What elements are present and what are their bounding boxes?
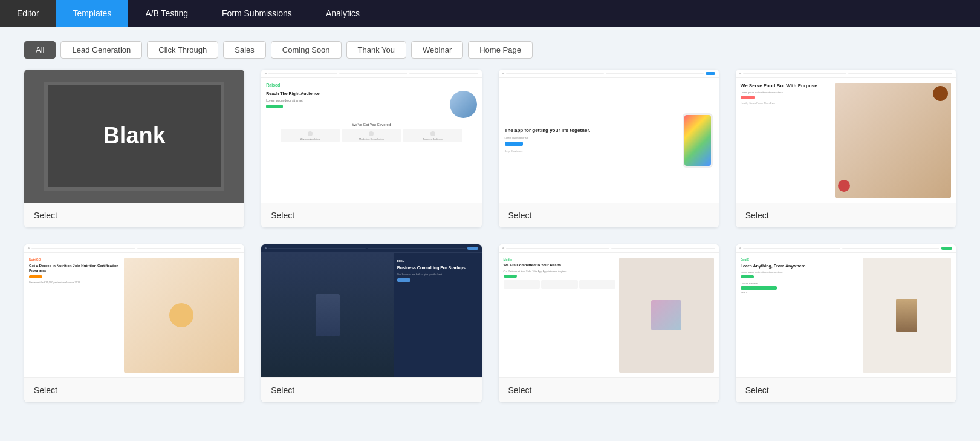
template-preview-app: The app for getting your life together. …	[499, 70, 719, 203]
t7-preview-label: Course Preview	[741, 282, 859, 285]
mini-nav-food	[736, 70, 956, 78]
t6-body: Medio We Are Committed to Your Health Ou…	[499, 253, 719, 377]
t4-body: NutriGO Get a Degree in Nutrition Join N…	[24, 253, 244, 377]
mini-line-educ-1	[743, 248, 840, 249]
template-footer-educ: Select	[736, 377, 956, 402]
template-preview-educ: EduiC Learn Anything, From Anywhere. Lor…	[736, 244, 956, 377]
t1-card-icon-3	[430, 131, 435, 136]
template-footer-blank: Select	[24, 203, 244, 227]
t6-card-2	[541, 280, 578, 289]
select-label-educ[interactable]: Select	[745, 385, 769, 395]
filter-sales[interactable]: Sales	[223, 41, 266, 59]
filter-click-through[interactable]: Click Through	[147, 41, 218, 59]
t6-people	[651, 300, 681, 330]
filter-lead-generation[interactable]: Lead Generation	[60, 41, 142, 59]
template-preview-nutrition: NutriGO Get a Degree in Nutrition Join N…	[24, 244, 244, 377]
t6-logo: Medio	[504, 258, 616, 261]
tab-abtesting[interactable]: A/B Testing	[128, 0, 205, 27]
t2-cta	[505, 142, 523, 146]
mini-dot-1	[265, 73, 267, 74]
filter-home-page[interactable]: Home Page	[468, 41, 533, 59]
t7-title: Learn Anything, From Anywhere.	[741, 263, 859, 269]
mini-site-educ: EduiC Learn Anything, From Anywhere. Lor…	[736, 244, 956, 377]
blank-preview: Blank	[24, 70, 244, 203]
mini-line-educ-2	[842, 248, 939, 249]
t1-section: We've Got You Covered Advance Analytics …	[266, 123, 476, 142]
select-label-food[interactable]: Select	[745, 211, 769, 220]
t7-bar	[741, 286, 777, 290]
t7-bar-label: Part 1	[741, 291, 859, 294]
select-label-blank[interactable]: Select	[34, 211, 57, 220]
template-card-health[interactable]: Medio We Are Committed to Your Health Ou…	[499, 244, 719, 402]
t3-food2	[838, 180, 850, 192]
t4-title: Get a Degree in Nutrition Join Nutrition…	[29, 264, 120, 273]
mini-line-1	[268, 73, 337, 74]
mini-line-food-1	[743, 73, 847, 74]
mini-site-consulting: busC Business Consulting For Startups Ou…	[261, 244, 481, 377]
t1-card-label-2: Marketing Consultation	[359, 137, 384, 140]
template-card-reach[interactable]: Raised Reach The Right Audience Lorem ip…	[261, 70, 481, 227]
mini-site-food: We Serve Food But With Purpose Lorem ips…	[736, 70, 956, 203]
filter-all[interactable]: All	[24, 41, 56, 59]
blank-inner: Blank	[44, 82, 225, 191]
template-footer-food: Select	[736, 203, 956, 227]
mini-line-nutrition-2	[137, 248, 241, 249]
template-card-educ[interactable]: EduiC Learn Anything, From Anywhere. Lor…	[736, 244, 956, 402]
t4-logo: NutriGO	[29, 258, 120, 261]
t3-text: We Serve Food But With Purpose Lorem ips…	[741, 83, 832, 198]
select-label-app[interactable]: Select	[508, 211, 532, 220]
mini-line-food-2	[848, 73, 952, 74]
template-grid: Blank Select Raised Re	[0, 70, 980, 426]
tab-editor[interactable]: Editor	[0, 0, 56, 27]
mini-dot-app	[502, 73, 504, 74]
select-label-nutrition[interactable]: Select	[34, 385, 57, 395]
mini-nav-consulting	[261, 244, 481, 253]
t2-text: The app for getting your life together. …	[505, 128, 678, 153]
mini-line-2	[339, 73, 407, 74]
mini-nav-educ	[736, 244, 956, 253]
t4-right	[124, 258, 240, 373]
mini-line-consulting-2	[368, 248, 465, 249]
blank-label: Blank	[103, 123, 165, 149]
template-card-blank[interactable]: Blank Select	[24, 70, 244, 227]
filter-thank-you[interactable]: Thank You	[346, 41, 406, 59]
select-label-health[interactable]: Select	[508, 385, 532, 395]
mini-dot-food	[739, 73, 741, 74]
template-footer-app: Select	[499, 203, 719, 227]
mini-nav-health	[499, 244, 719, 253]
mini-dot-nutrition	[28, 247, 30, 249]
t3-sub: Lorem ipsum dolor sit amet consectetur	[741, 91, 832, 94]
t3-desc: Healthy Meals Faster Than Ever	[741, 102, 832, 105]
t5-img	[261, 253, 394, 377]
template-card-app[interactable]: The app for getting your life together. …	[499, 70, 719, 227]
template-card-food[interactable]: We Serve Food But With Purpose Lorem ips…	[736, 70, 956, 227]
t5-title: Business Consulting For Startups	[397, 265, 478, 270]
t2-body: The app for getting your life together. …	[499, 78, 719, 203]
filter-webinar[interactable]: Webinar	[411, 41, 463, 59]
t1-logo: Raised	[266, 83, 476, 87]
tab-formsubmissions[interactable]: Form Submissions	[205, 0, 309, 27]
t2-phone	[683, 113, 713, 168]
t1-card-icon-2	[369, 131, 374, 136]
select-label-consulting[interactable]: Select	[271, 385, 294, 395]
t6-sub: Our Partners at Your Side. Take App Appo…	[504, 270, 616, 273]
t7-cta	[741, 275, 754, 278]
mini-line-app-1	[506, 73, 604, 74]
tab-analytics[interactable]: Analytics	[309, 0, 377, 27]
t5-text: busC Business Consulting For Startups Ou…	[394, 253, 482, 377]
tab-templates[interactable]: Templates	[56, 0, 129, 27]
t1-cta	[266, 105, 283, 108]
t6-card-3	[579, 280, 616, 289]
template-footer-reach: Select	[261, 203, 481, 227]
t3-cta	[741, 96, 755, 99]
t1-img	[450, 91, 477, 118]
mini-dot-health	[502, 247, 504, 249]
filter-coming-soon[interactable]: Coming Soon	[271, 41, 342, 59]
template-card-consulting[interactable]: busC Business Consulting For Startups Ou…	[261, 244, 481, 402]
mini-btn-consulting	[467, 247, 478, 250]
mini-nav-app	[499, 70, 719, 78]
mini-line-nutrition-1	[31, 248, 135, 249]
t1-card-label-1: Advance Analytics	[300, 137, 320, 140]
select-label-reach[interactable]: Select	[271, 211, 294, 220]
template-card-nutrition[interactable]: NutriGO Get a Degree in Nutrition Join N…	[24, 244, 244, 402]
